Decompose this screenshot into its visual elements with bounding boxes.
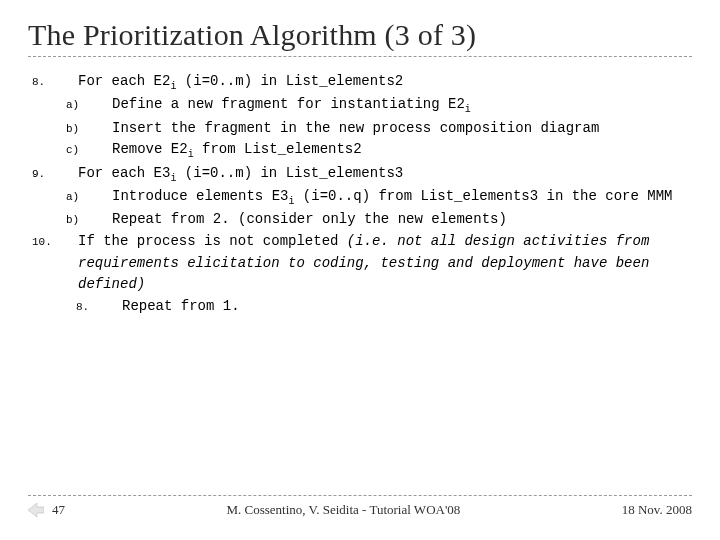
item-text: Insert the fragment in the new process c…: [112, 118, 692, 140]
text: (i=0..q) from List_elements3 in the core…: [294, 188, 672, 204]
item-9b: b) Repeat from 2. (consider only the new…: [28, 209, 692, 231]
item-text: Repeat from 2. (consider only the new el…: [112, 209, 692, 231]
subscript: i: [465, 104, 471, 115]
svg-marker-0: [28, 503, 44, 517]
title-divider: [28, 56, 692, 57]
item-8a: a) Define a new fragment for instantiati…: [28, 94, 692, 117]
item-10-8: 8. Repeat from 1.: [28, 296, 692, 318]
item-text: If the process is not completed (i.e. no…: [78, 231, 692, 296]
text: Introduce elements E3: [112, 188, 288, 204]
sub-label: a): [66, 97, 112, 114]
item-8: 8. For each E2i (i=0..m) in List_element…: [28, 71, 692, 94]
text: Remove E2: [112, 141, 188, 157]
footer-row: 47 M. Cossentino, V. Seidita - Tutorial …: [28, 502, 692, 518]
slide-footer: 47 M. Cossentino, V. Seidita - Tutorial …: [28, 495, 692, 518]
item-number: 9.: [28, 166, 78, 183]
slide: The Prioritization Algorithm (3 of 3) 8.…: [0, 0, 720, 540]
page-arrow-icon: [28, 503, 44, 517]
sub-label: c): [66, 142, 112, 159]
item-text: Remove E2i from List_elements2: [112, 139, 692, 162]
item-text: For each E3i (i=0..m) in List_elements3: [78, 163, 692, 186]
item-9a: a) Introduce elements E3i (i=0..q) from …: [28, 186, 692, 209]
algorithm-content: 8. For each E2i (i=0..m) in List_element…: [28, 71, 692, 318]
footer-left: 47: [28, 502, 65, 518]
footer-right: 18 Nov. 2008: [622, 502, 692, 518]
item-number: 8.: [28, 74, 78, 91]
text: Define a new fragment for instantiating …: [112, 96, 465, 112]
page-number: 47: [52, 502, 65, 518]
item-text: Define a new fragment for instantiating …: [112, 94, 692, 117]
item-10: 10. If the process is not completed (i.e…: [28, 231, 692, 296]
sub-label: b): [66, 212, 112, 229]
text: (i=0..m) in List_elements3: [176, 165, 403, 181]
item-number: 10.: [28, 234, 78, 251]
sub-label: a): [66, 189, 112, 206]
item-text: For each E2i (i=0..m) in List_elements2: [78, 71, 692, 94]
item-8c: c) Remove E2i from List_elements2: [28, 139, 692, 162]
text: For each E2: [78, 73, 170, 89]
item-9: 9. For each E3i (i=0..m) in List_element…: [28, 163, 692, 186]
text: (i=0..m) in List_elements2: [176, 73, 403, 89]
text: For each E3: [78, 165, 170, 181]
footer-center: M. Cossentino, V. Seidita - Tutorial WOA…: [226, 502, 460, 518]
item-text: Introduce elements E3i (i=0..q) from Lis…: [112, 186, 692, 209]
sub-label: b): [66, 121, 112, 138]
footer-divider: [28, 495, 692, 496]
slide-title: The Prioritization Algorithm (3 of 3): [28, 18, 692, 52]
text: from List_elements2: [194, 141, 362, 157]
text: If the process is not completed: [78, 233, 347, 249]
item-text: Repeat from 1.: [122, 296, 692, 318]
item-8b: b) Insert the fragment in the new proces…: [28, 118, 692, 140]
sub-label: 8.: [76, 299, 122, 316]
